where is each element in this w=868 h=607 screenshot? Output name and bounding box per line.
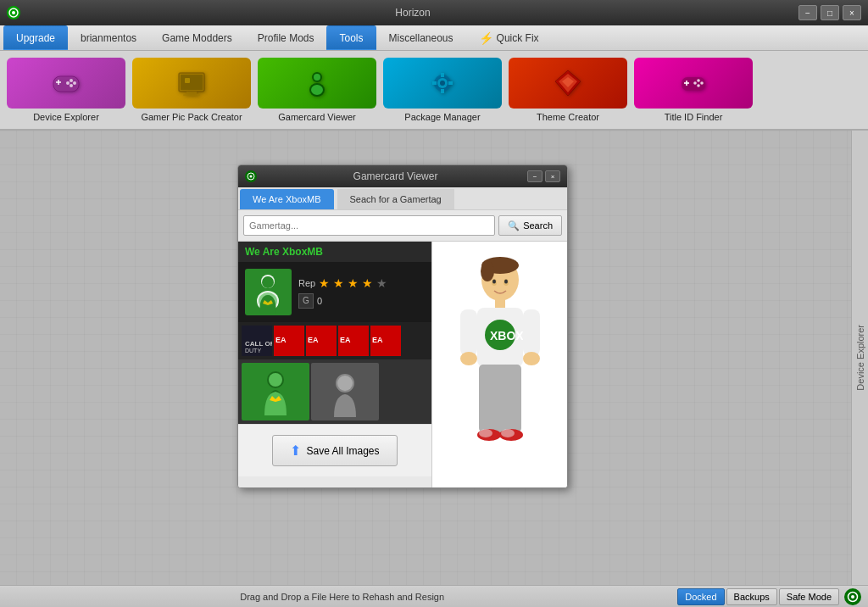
status-buttons: Docked Backups Safe Mode [677, 588, 861, 605]
search-icon: 🔍 [508, 220, 520, 231]
tab-tools[interactable]: Tools [326, 25, 376, 50]
minimize-button[interactable]: − [798, 5, 817, 20]
app-title: Horizon [27, 7, 798, 19]
game-thumb-4: EA [338, 326, 369, 356]
tool-theme-creator[interactable]: Theme Creator [509, 58, 627, 122]
search-button[interactable]: 🔍 Search [498, 215, 562, 236]
save-section: ⬆ Save All Images [238, 424, 431, 476]
tab-game-modders[interactable]: Game Modders [149, 25, 245, 50]
tool-gamercard-viewer[interactable]: Gamercard Viewer [258, 58, 376, 122]
float-title-bar: Gamercard Viewer − × [238, 165, 567, 187]
svg-point-17 [311, 85, 323, 95]
svg-text:EA: EA [372, 336, 383, 344]
package-manager-icon-box [383, 58, 502, 109]
tools-toolbar: Device Explorer Gamer Pic Pack Creator G… [0, 51, 868, 131]
star-4: ★ [362, 276, 373, 290]
svg-rect-10 [181, 75, 203, 90]
docked-button[interactable]: Docked [677, 588, 724, 605]
tab-miscellaneous[interactable]: Miscellaneous [376, 25, 466, 50]
status-bar: Drag and Drop a File Here to Rehash and … [0, 585, 868, 607]
main-content: Gamercard Viewer − × We Are XboxMB Seach… [0, 131, 868, 585]
svg-rect-30 [686, 81, 687, 86]
avatars-row [238, 359, 431, 424]
star-1: ★ [319, 276, 330, 290]
window-controls: − □ × [798, 5, 861, 20]
svg-point-78 [501, 429, 515, 437]
float-window-controls: − × [527, 170, 560, 182]
gamercard-body: We Are XboxMB [238, 242, 567, 487]
svg-point-1 [12, 11, 15, 14]
rep-section: Rep ★ ★ ★ ★ ★ G 0 [298, 276, 425, 309]
svg-rect-4 [58, 80, 59, 85]
tab-brianmentos[interactable]: brianmentos [68, 25, 149, 50]
search-bar: 🔍 Search [238, 210, 567, 242]
svg-point-41 [262, 276, 274, 288]
title-id-finder-icon-box [634, 58, 753, 109]
side-panel-label: Device Explorer [855, 325, 865, 391]
menu-bar: Upgrade brianmentos Game Modders Profile… [0, 25, 868, 51]
svg-text:CALL OF: CALL OF [245, 340, 272, 348]
svg-point-8 [66, 81, 70, 85]
diamond-icon [551, 66, 585, 100]
restore-button[interactable]: □ [821, 5, 839, 20]
svg-point-71 [523, 352, 540, 365]
svg-rect-69 [523, 309, 540, 356]
gear-icon [426, 66, 459, 100]
close-button[interactable]: × [843, 5, 861, 20]
svg-point-7 [70, 84, 73, 87]
svg-point-6 [73, 81, 76, 85]
svg-rect-73 [481, 365, 498, 432]
tool-device-explorer[interactable]: Device Explorer [7, 58, 125, 122]
controller-icon [49, 66, 83, 100]
svg-point-80 [851, 595, 854, 599]
status-app-icon [844, 588, 861, 605]
tool-package-manager[interactable]: Package Manager [383, 58, 502, 122]
gamercard-avatar [245, 269, 292, 315]
svg-rect-68 [460, 309, 477, 356]
tool-gamer-pic-pack[interactable]: Gamer Pic Pack Creator [132, 58, 251, 122]
backups-button[interactable]: Backups [726, 588, 777, 605]
person-icon [300, 66, 334, 100]
tool-title-id-finder[interactable]: Title ID Finder [634, 58, 753, 122]
quick-fix-icon: ⚡ [479, 31, 493, 45]
game-thumb-1: CALL OF DUTY [242, 326, 272, 356]
svg-point-36 [250, 175, 253, 178]
svg-text:EA: EA [308, 336, 319, 344]
safe-mode-button[interactable]: Safe Mode [779, 588, 839, 605]
avatar-box-2 [311, 363, 379, 420]
svg-text:XBOX: XBOX [490, 329, 524, 342]
float-tab-xboxmb[interactable]: We Are XboxMB [240, 189, 334, 209]
g-score-row: G 0 [298, 293, 425, 309]
title-id-finder-label: Title ID Finder [665, 112, 723, 122]
tab-quick-fix[interactable]: ⚡ Quick Fix [466, 25, 552, 50]
svg-point-32 [700, 81, 704, 85]
save-all-images-button[interactable]: ⬆ Save All Images [272, 435, 397, 466]
gamercard-info: Rep ★ ★ ★ ★ ★ G 0 [238, 262, 431, 322]
star-3: ★ [348, 276, 359, 290]
svg-rect-23 [432, 81, 437, 85]
float-minimize-button[interactable]: − [527, 170, 542, 182]
float-close-button[interactable]: × [545, 170, 560, 182]
games-row: CALL OF DUTY EA [238, 322, 431, 359]
svg-point-31 [697, 79, 700, 82]
gamertag-input[interactable] [243, 215, 495, 236]
gamepad-icon [676, 66, 710, 100]
side-panel: Device Explorer [851, 131, 868, 585]
tab-upgrade[interactable]: Upgrade [3, 25, 68, 50]
gamercard-name: We Are XboxMB [238, 242, 431, 262]
gamercard-viewer-window: Gamercard Viewer − × We Are XboxMB Seach… [237, 164, 568, 488]
svg-point-62 [492, 280, 496, 284]
svg-point-54 [269, 373, 282, 387]
svg-rect-22 [441, 89, 444, 93]
float-tab-search[interactable]: Seach for a Gamertag [337, 189, 454, 209]
gamercard-viewer-icon-box [258, 58, 376, 109]
save-icon: ⬆ [290, 443, 301, 459]
svg-point-59 [481, 261, 494, 281]
gamercard-left: We Are XboxMB [238, 242, 431, 487]
svg-rect-21 [441, 73, 444, 77]
svg-point-77 [479, 429, 492, 437]
tab-profile-mods[interactable]: Profile Mods [245, 25, 327, 50]
xbox-avatar: XBOX [437, 242, 564, 487]
svg-rect-74 [503, 365, 520, 432]
content-area: Gamercard Viewer − × We Are XboxMB Seach… [0, 131, 851, 585]
